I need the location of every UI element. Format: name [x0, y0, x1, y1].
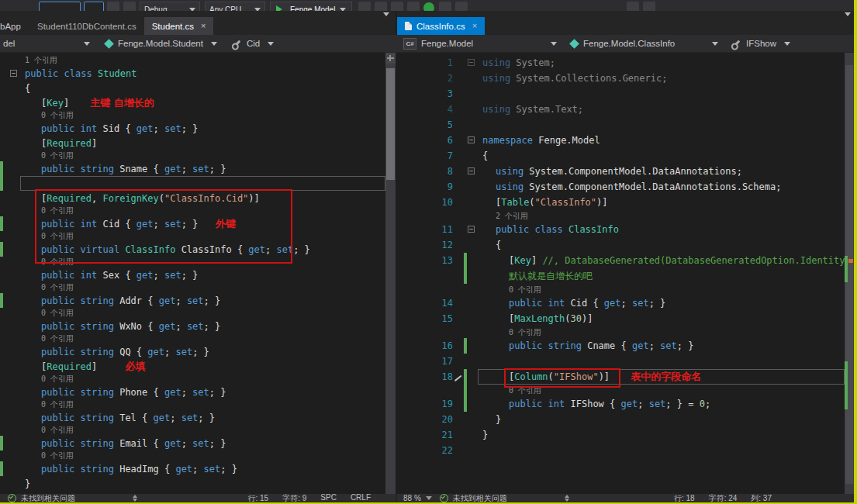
code-line[interactable]: [Required] [0, 136, 385, 150]
toolbar-icon[interactable] [407, 2, 420, 11]
code-line[interactable]: 8using System.ComponentModel.DataAnnotat… [396, 164, 845, 179]
code-line[interactable]: public string WxNo { get; set; } [0, 319, 385, 333]
code-line[interactable]: 7{ [396, 148, 845, 164]
code-line[interactable]: 9using System.ComponentModel.DataAnnotat… [396, 179, 845, 195]
type-dropdown[interactable]: Fenge.Model.Student [101, 35, 220, 52]
code-line[interactable]: 5 [396, 117, 845, 133]
navigate-forward-icon[interactable] [123, 2, 136, 11]
fold-collapse-icon[interactable] [9, 66, 20, 81]
project-dropdown[interactable]: C# Fenge.Model [400, 35, 560, 52]
code-line[interactable]: 21} [396, 427, 845, 443]
document-health-icon[interactable] [440, 494, 448, 502]
scrollbar-thumb[interactable] [386, 68, 395, 180]
code-line[interactable]: [Required, ForeignKey("ClassInfo.Cid")] [0, 191, 385, 205]
type-dropdown[interactable]: Fenge.Model.ClassInfo [566, 35, 721, 52]
document-health-icon[interactable] [8, 494, 16, 502]
toolbar-icon[interactable] [643, 2, 655, 11]
code-line[interactable] [0, 176, 385, 191]
solution-platform-dropdown[interactable]: Any CPU [205, 2, 265, 11]
close-icon[interactable]: × [201, 22, 206, 30]
code-line[interactable]: public class Student [0, 66, 385, 81]
code-line[interactable]: public int Cid { get; set; } 外键 [0, 216, 385, 231]
codelens-line[interactable]: 0 个引用 [396, 326, 845, 338]
code-line[interactable]: public string HeadImg { get; set; } [0, 461, 385, 476]
code-line[interactable]: 3 [396, 86, 845, 102]
code-line[interactable]: public virtual ClassInfo ClassInfo { get… [0, 242, 385, 257]
member-dropdown[interactable]: Cid [228, 35, 277, 52]
toolbar-search-box[interactable] [39, 2, 81, 11]
codelens-line[interactable]: 0 个引用 [0, 282, 385, 293]
toolbar-icon[interactable] [439, 2, 451, 11]
codelens-line[interactable]: 0 个引用 [0, 333, 385, 344]
toolbar-box[interactable] [84, 2, 104, 11]
toolbar-icon[interactable] [391, 2, 403, 11]
code-line[interactable]: 4using System.Text; [396, 102, 845, 117]
fold-collapse-icon[interactable] [467, 222, 478, 237]
code-line[interactable]: [Required] 必填 [0, 359, 385, 374]
code-line[interactable]: 18[Column("IFShow")] 表中的字段命名 [396, 369, 845, 385]
codelens-line[interactable]: 0 个引用 [0, 399, 385, 410]
toolbar-icon[interactable] [375, 2, 387, 11]
tab-classinfo-cs[interactable]: ClassInfo.cs × [397, 17, 485, 35]
sync-icon[interactable] [423, 2, 434, 11]
codelens-line[interactable]: 0 个引用 [0, 308, 385, 319]
codelens-line[interactable]: 0 个引用 [0, 425, 385, 436]
codelens-line[interactable]: 1 个引用 [0, 55, 385, 66]
toolbar-icon[interactable] [455, 2, 468, 11]
close-icon[interactable]: × [472, 22, 477, 30]
code-line[interactable]: [Key] 主键 自增长的 [0, 95, 385, 110]
code-line[interactable]: 15[MaxLength(30)] [396, 311, 845, 326]
vertical-scrollbar-left[interactable] [385, 53, 396, 494]
code-line[interactable]: public string QQ { get; set; } [0, 344, 385, 359]
code-line[interactable]: public int Sex { get; set; } [0, 268, 385, 282]
code-line[interactable]: public string Addr { get; set; } [0, 293, 385, 308]
code-line[interactable]: 2using System.Collections.Generic; [396, 71, 845, 86]
code-line[interactable]: 13[Key] //, DatabaseGenerated(DatabaseGe… [396, 253, 845, 268]
splitter-grip-icon[interactable] [385, 53, 396, 64]
toolbar-icon[interactable] [358, 2, 371, 11]
fold-collapse-icon[interactable] [467, 164, 478, 179]
editor-student-cs[interactable]: 1 个引用public class Student{[Key] 主键 自增长的0… [0, 53, 385, 494]
tab-student-cs[interactable]: Student.cs × [144, 17, 214, 35]
tab-bapp[interactable]: bApp [0, 17, 29, 35]
tab-student110dbcontent-cs[interactable]: Student110DbContent.cs [29, 17, 144, 35]
codelens-line[interactable]: 0 个引用 [0, 374, 385, 385]
code-line[interactable]: public string Tel { get; set; } [0, 410, 385, 425]
codelens-line[interactable]: 0 个引用 [0, 205, 385, 216]
code-line[interactable]: 11public class ClassInfo [396, 222, 845, 237]
code-line[interactable]: public string Sname { get; set; } [0, 161, 385, 176]
codelens-line[interactable]: 0 个引用 [0, 150, 385, 161]
navigate-back-icon[interactable] [107, 2, 119, 11]
start-debugging-button[interactable]: Fenge.Model [270, 2, 352, 11]
codelens-line[interactable]: 0 个引用 [0, 110, 385, 121]
codelens-line[interactable]: 0 个引用 [396, 284, 845, 295]
code-line[interactable]: } [0, 476, 385, 491]
code-line[interactable]: 20} [396, 412, 845, 427]
code-line[interactable]: 1using System; [396, 55, 845, 71]
codelens-line[interactable]: 0 个引用 [0, 231, 385, 242]
vertical-scrollbar-right[interactable] [845, 53, 854, 494]
codelens-line[interactable]: 0 个引用 [0, 257, 385, 268]
toolbar-icon[interactable] [627, 2, 639, 11]
code-line[interactable]: 12{ [396, 237, 845, 253]
solution-configuration-dropdown[interactable]: Debug [140, 2, 200, 11]
fold-collapse-icon[interactable] [467, 133, 478, 148]
code-line[interactable]: 17 [396, 354, 845, 369]
editor-classinfo-cs[interactable]: 1using System;2using System.Collections.… [396, 53, 845, 494]
code-line[interactable]: 16public string Cname { get; set; } [396, 338, 845, 354]
code-line[interactable]: { [0, 81, 385, 95]
codelens-line[interactable]: 2 个引用 [396, 210, 845, 222]
code-line[interactable]: 19public int IFShow { get; set; } = 0; [396, 396, 845, 412]
fold-collapse-icon[interactable] [467, 55, 478, 71]
zoom-dropdown[interactable]: 88 % [403, 494, 432, 503]
member-dropdown[interactable]: IFShow [727, 35, 793, 52]
code-line[interactable]: public int Sid { get; set; } [0, 121, 385, 136]
code-line[interactable]: 14public int Cid { get; set; } [396, 295, 845, 311]
code-line[interactable]: 6namespace Fenge.Model [396, 133, 845, 148]
project-dropdown[interactable]: del [0, 35, 93, 52]
code-line[interactable]: public string Email { get; set; } [0, 436, 385, 450]
document-list-dropdown-icon[interactable] [372, 16, 396, 30]
code-line[interactable]: public string Phone { get; set; } [0, 385, 385, 399]
codelens-line[interactable]: 0 个引用 [396, 385, 845, 396]
code-line[interactable]: 22 [396, 443, 845, 458]
